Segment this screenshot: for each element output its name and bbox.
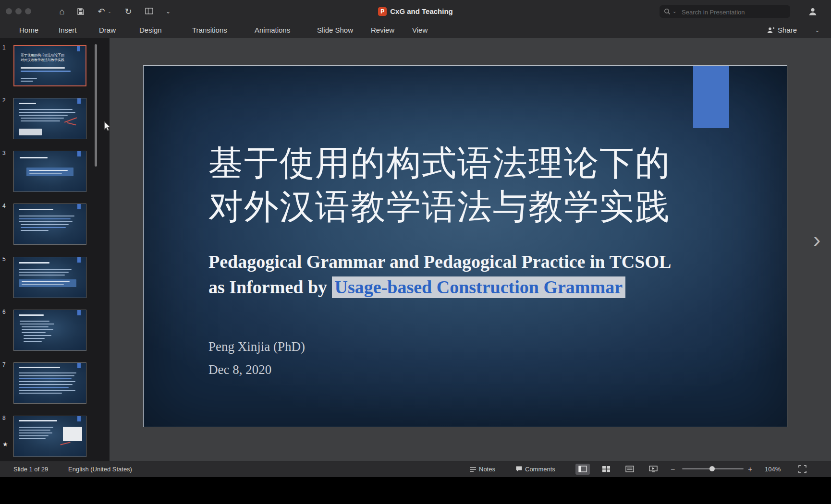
notes-button[interactable]: Notes <box>469 461 495 477</box>
slide-thumbnail-3[interactable] <box>13 151 86 192</box>
mouse-cursor <box>103 121 111 132</box>
notes-icon <box>469 466 477 472</box>
titlebar: ⌂ ↶ ⌄ ↻ ⌄ PCxG and Teaching ⌄ <box>0 0 831 23</box>
slide-thumbnail-5[interactable] <box>13 257 86 298</box>
powerpoint-window: ⌂ ↶ ⌄ ↻ ⌄ PCxG and Teaching ⌄ <box>0 0 831 504</box>
slide-accent-rectangle[interactable] <box>693 66 729 128</box>
tab-transitions[interactable]: Transitions <box>192 23 227 38</box>
powerpoint-app-icon: P <box>378 7 387 16</box>
tab-draw[interactable]: Draw <box>99 23 116 38</box>
slide-number: 3 <box>2 150 11 156</box>
slideshow-view-button[interactable] <box>646 464 660 475</box>
fit-slide-to-window-button[interactable] <box>798 465 807 475</box>
normal-view-button[interactable] <box>575 464 590 475</box>
share-person-icon <box>767 26 775 34</box>
slide-number: 1 <box>2 44 11 51</box>
slide-sorter-icon <box>602 466 611 472</box>
zoom-in-button[interactable]: + <box>748 461 752 477</box>
slide-number: 2 <box>2 97 11 104</box>
slide-title-text[interactable]: 基于使用的构式语法理论下的 对外汉语教学语法与教学实践 <box>208 142 671 229</box>
slide-sorter-view-button[interactable] <box>599 464 613 475</box>
slide-thumbnail-4[interactable] <box>13 204 86 245</box>
zoom-level[interactable]: 104% <box>765 461 781 477</box>
reading-view-button[interactable] <box>623 464 637 475</box>
search-box[interactable]: ⌄ <box>660 5 790 18</box>
thumbnail-preview <box>14 98 86 139</box>
search-input[interactable] <box>681 5 783 19</box>
zoom-slider-knob[interactable] <box>709 466 715 471</box>
slide-counter: Slide 1 of 29 <box>13 461 48 477</box>
fit-to-window-icon <box>798 465 807 473</box>
tab-home[interactable]: Home <box>19 23 38 38</box>
comments-button[interactable]: Comments <box>515 461 555 477</box>
thumbnail-preview <box>14 204 86 244</box>
ribbon-collapse-chevron-icon[interactable]: ⌄ <box>815 23 820 38</box>
thumbnail-preview <box>14 257 86 298</box>
normal-view-icon <box>578 466 587 472</box>
reading-view-icon <box>625 466 634 472</box>
zoom-out-button[interactable]: − <box>671 461 675 477</box>
slide-number: 7 <box>2 361 11 368</box>
thumbnail-preview <box>14 151 86 192</box>
slide-author-text[interactable]: Peng Xinjia (PhD) <box>208 339 305 354</box>
next-slide-chevron-icon[interactable]: › <box>813 228 820 251</box>
comments-icon <box>515 466 523 472</box>
share-button[interactable]: Share <box>767 23 797 38</box>
slide-subtitle-text[interactable]: Pedagogical Grammar and Pedagogical Prac… <box>208 249 671 300</box>
highlighted-phrase: Usage-based Construction Grammar <box>332 276 626 298</box>
slide-number: 6 <box>2 309 11 315</box>
tab-slide-show[interactable]: Slide Show <box>317 23 353 38</box>
tab-review[interactable]: Review <box>371 23 394 38</box>
thumbnail-preview <box>14 310 86 350</box>
thumbnail-preview <box>14 363 86 403</box>
star-icon: ★ <box>2 441 8 448</box>
slide-thumbnail-8[interactable] <box>13 416 86 457</box>
tab-design[interactable]: Design <box>139 23 162 38</box>
tab-view[interactable]: View <box>412 23 428 38</box>
tab-animations[interactable]: Animations <box>255 23 290 38</box>
thumbnail-preview <box>14 416 86 456</box>
user-icon[interactable] <box>808 7 818 16</box>
slide-thumbnail-1[interactable]: 基于使用的构式语法理论下的对外汉语教学语法与教学实践 <box>13 45 86 86</box>
slideshow-icon <box>649 466 658 472</box>
tab-insert[interactable]: Insert <box>59 23 77 38</box>
slide-thumbnail-6[interactable] <box>13 310 86 351</box>
slide-number: 4 <box>2 203 11 209</box>
slide-thumbnail-2[interactable] <box>13 98 86 139</box>
ribbon-tab-bar: Home Insert Draw Design Transitions Anim… <box>0 23 831 38</box>
slide-number: 8 <box>2 415 11 421</box>
language-button[interactable]: English (United States) <box>68 461 132 477</box>
thumbnail-scrollbar[interactable] <box>95 44 97 167</box>
search-scope-chevron-icon[interactable]: ⌄ <box>672 5 676 18</box>
slide-number: 5 <box>2 256 11 263</box>
slide-date-text[interactable]: Dec 8, 2020 <box>208 362 271 377</box>
search-icon <box>664 8 671 15</box>
slide-thumbnail-7[interactable] <box>13 362 86 404</box>
current-slide[interactable]: 基于使用的构式语法理论下的 对外汉语教学语法与教学实践 Pedagogical … <box>143 65 787 427</box>
thumbnail-preview: 基于使用的构式语法理论下的对外汉语教学语法与教学实践 <box>14 46 86 85</box>
